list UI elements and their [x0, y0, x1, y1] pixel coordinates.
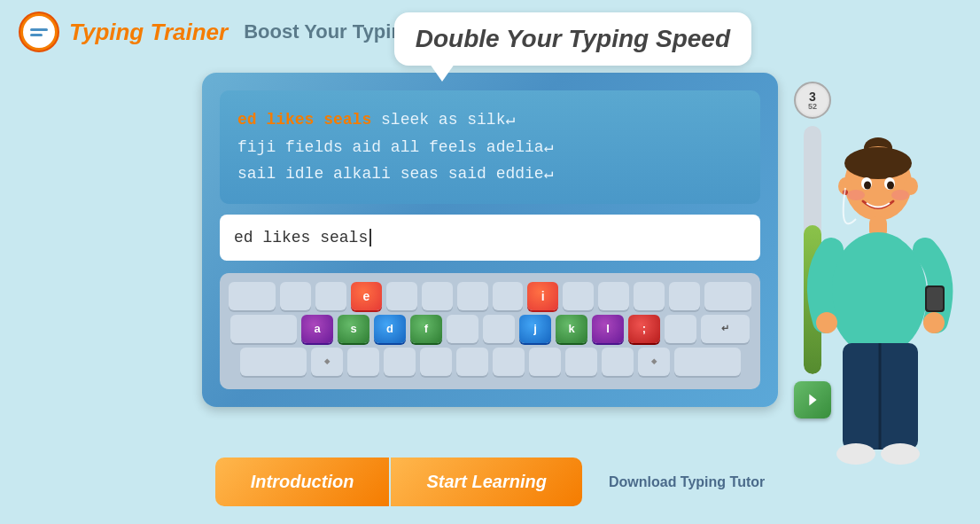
- key-caps[interactable]: [230, 315, 297, 343]
- character-svg: [785, 99, 962, 507]
- key-backspace[interactable]: [704, 282, 751, 310]
- svg-point-11: [844, 147, 912, 179]
- key-tab[interactable]: [229, 282, 276, 310]
- key-r[interactable]: [386, 282, 417, 310]
- bottom-bar: Introduction Start Learning Download Typ…: [0, 458, 980, 506]
- key-i[interactable]: i: [527, 282, 558, 310]
- svg-rect-23: [927, 287, 943, 310]
- key-w[interactable]: [315, 282, 346, 310]
- key-u[interactable]: [493, 282, 524, 310]
- key-period[interactable]: [602, 348, 634, 376]
- svg-point-21: [923, 312, 945, 333]
- key-row-home: a s d f j k l ; ↵: [229, 315, 751, 343]
- key-q[interactable]: [280, 282, 311, 310]
- svg-point-15: [887, 182, 894, 190]
- key-j[interactable]: j: [519, 315, 551, 343]
- typing-lines: ed likes seals sleek as silk↵ fiji field…: [220, 90, 760, 204]
- key-p[interactable]: [598, 282, 629, 310]
- svg-point-17: [891, 190, 909, 200]
- input-area[interactable]: ed likes seals: [220, 215, 760, 261]
- key-o[interactable]: [563, 282, 594, 310]
- key-s[interactable]: s: [338, 315, 369, 343]
- svg-point-1: [23, 16, 55, 48]
- start-learning-button[interactable]: Start Learning: [391, 458, 582, 506]
- key-semicolon[interactable]: ;: [628, 315, 660, 343]
- key-row-bottom: ◆ ◆: [229, 348, 751, 376]
- key-enter[interactable]: ↵: [701, 315, 750, 343]
- line1-rest: sleek as silk↵: [371, 111, 515, 129]
- svg-rect-3: [30, 34, 43, 36]
- key-shift-left[interactable]: [240, 348, 307, 376]
- logo-icon: [18, 11, 60, 53]
- key-v[interactable]: [420, 348, 452, 376]
- speech-bubble: Double Your Typing Speed: [394, 12, 751, 66]
- key-a[interactable]: a: [301, 315, 333, 343]
- download-button[interactable]: Download Typing Tutor: [609, 474, 765, 490]
- key-m[interactable]: [529, 348, 561, 376]
- key-k[interactable]: k: [556, 315, 587, 343]
- key-t[interactable]: [422, 282, 453, 310]
- trainer-container: Double Your Typing Speed ed likes seals …: [202, 73, 778, 407]
- key-y[interactable]: [457, 282, 488, 310]
- key-e[interactable]: e: [351, 282, 382, 310]
- speech-bubble-text: Double Your Typing Speed: [416, 25, 730, 52]
- text-cursor: [369, 229, 371, 246]
- key-row-top: e i: [229, 282, 751, 310]
- key-c[interactable]: [384, 348, 416, 376]
- key-bracket-open[interactable]: [634, 282, 665, 310]
- key-g[interactable]: [447, 315, 478, 343]
- key-bracket-close[interactable]: [669, 282, 700, 310]
- svg-point-20: [816, 312, 837, 333]
- key-d[interactable]: d: [374, 315, 406, 343]
- key-f[interactable]: f: [410, 315, 442, 343]
- main-area: Double Your Typing Speed ed likes seals …: [0, 64, 980, 407]
- highlight-text: ed likes seals: [237, 111, 371, 129]
- key-l[interactable]: l: [592, 315, 624, 343]
- svg-point-16: [847, 190, 865, 200]
- logo-text: Typing Trainer: [69, 19, 228, 46]
- key-slash[interactable]: ◆: [638, 348, 670, 376]
- svg-rect-2: [30, 28, 48, 31]
- key-h[interactable]: [483, 315, 515, 343]
- input-text: ed likes seals: [234, 229, 368, 246]
- character-illustration: [785, 99, 962, 507]
- svg-point-19: [829, 232, 927, 356]
- key-quote[interactable]: [665, 315, 696, 343]
- key-n[interactable]: [493, 348, 525, 376]
- typing-line-2: fiji fields aid all feels adelia↵: [237, 134, 743, 161]
- key-comma[interactable]: [565, 348, 597, 376]
- keyboard: e i a s d f j k: [220, 273, 760, 389]
- key-b[interactable]: [456, 348, 488, 376]
- typing-line-3: sail idle alkali seas said eddie↵: [237, 160, 743, 188]
- key-x[interactable]: [347, 348, 379, 376]
- introduction-button[interactable]: Introduction: [215, 458, 390, 506]
- key-shift-right[interactable]: [674, 348, 741, 376]
- svg-point-14: [864, 182, 871, 190]
- key-z[interactable]: ◆: [311, 348, 343, 376]
- typing-line-1: ed likes seals sleek as silk↵: [237, 106, 743, 134]
